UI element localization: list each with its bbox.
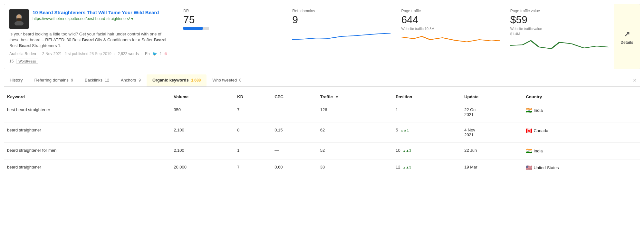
country-flag: 🇮🇳 <box>526 148 532 154</box>
details-button[interactable]: ↗ Details <box>614 4 640 69</box>
volume-cell: 2,100 <box>170 122 234 142</box>
article-section: 10 Beard Straighteners That Will Tame Yo… <box>4 4 178 69</box>
pinterest-icon: ⊕ <box>164 52 168 56</box>
keywords-table-container: Keyword Volume KD CPC Traffic ▼ Position… <box>4 92 640 176</box>
col-keyword: Keyword <box>4 92 170 102</box>
country-flag: 🇮🇳 <box>526 107 532 113</box>
country-name: India <box>533 149 543 153</box>
traffic-cell: 38 <box>317 159 392 176</box>
separator1: · <box>39 52 40 56</box>
position-change: ▲3 <box>403 165 411 169</box>
position-change: ▲3 <box>403 149 411 152</box>
dr-value: 75 <box>183 14 282 25</box>
tab-backlinks-count: 12 <box>105 78 109 82</box>
table-header: Keyword Volume KD CPC Traffic ▼ Position… <box>4 92 640 102</box>
country-cell: 🇮🇳India <box>523 102 640 119</box>
kd-cell: 8 <box>234 122 271 142</box>
twitter-count: 1 <box>160 52 162 56</box>
update-cell: 22 Oct 2021 <box>461 102 523 122</box>
cpc-cell: 0.15 <box>271 122 317 142</box>
table-body: best beard straightener3507—126122 Oct 2… <box>4 102 640 176</box>
separator3: · <box>141 52 142 56</box>
svg-point-1 <box>14 21 24 25</box>
article-card: 10 Beard Straighteners That Will Tame Yo… <box>4 4 640 69</box>
kd-cell: 7 <box>234 159 271 176</box>
tab-anchors[interactable]: Anchors 9 <box>115 74 147 86</box>
tab-tweeted-label: Who tweeted <box>212 78 237 82</box>
tab-anchors-label: Anchors <box>121 78 136 82</box>
article-thumbnail <box>9 9 29 29</box>
tab-backlinks-label: Backlinks <box>85 78 102 82</box>
keyword-cell: beard straightener for men <box>4 142 170 159</box>
table-row: beard straightener20,00070.603812 ▲319 M… <box>4 159 640 176</box>
close-button[interactable]: × <box>629 74 640 86</box>
page-traffic-chart <box>401 31 500 47</box>
country-name: Canada <box>533 128 548 133</box>
ref-domains-chart <box>292 27 390 43</box>
article-description: Is your beard looking a little too wild?… <box>9 31 173 49</box>
keyword-cell: beard straightener <box>4 159 170 176</box>
svg-rect-4 <box>17 19 21 21</box>
traffic-cell: 52 <box>317 142 392 159</box>
cpc-cell: — <box>271 102 317 122</box>
article-header: 10 Beard Straighteners That Will Tame Yo… <box>9 9 173 29</box>
page-traffic-value-metric: Page traffic value $59 Website traffic v… <box>505 4 614 69</box>
tab-backlinks[interactable]: Backlinks 12 <box>79 74 115 86</box>
tab-history[interactable]: History <box>4 74 28 86</box>
tab-organic-label: Organic keywords <box>152 78 189 82</box>
tab-history-label: History <box>10 78 23 82</box>
volume-cell: 2,100 <box>170 142 234 159</box>
position-cell: 10 ▲3 <box>392 142 461 159</box>
ref-domains-value: 9 <box>292 14 390 25</box>
page-traffic-value-chart <box>510 36 609 52</box>
col-position: Position <box>392 92 461 102</box>
traffic-sort-icon: ▼ <box>335 94 339 99</box>
article-meta: Arabella Roden · 2 Nov 2021 first publis… <box>9 52 173 64</box>
col-update: Update <box>461 92 523 102</box>
country-name: United States <box>533 165 559 170</box>
tab-anchors-count: 9 <box>139 78 141 82</box>
volume-cell: 350 <box>170 102 234 122</box>
country-flag: 🇺🇸 <box>526 165 532 171</box>
cpc-cell: 0.60 <box>271 159 317 176</box>
ref-domains-metric: Ref. domains 9 <box>287 4 396 69</box>
table-row: beard straightener for men2,1001—5210 ▲3… <box>4 142 640 159</box>
page-traffic-value: 644 <box>401 14 500 25</box>
separator2: · <box>114 52 115 56</box>
country-cell: 🇨🇦Canada <box>523 122 640 139</box>
article-url[interactable]: https://www.thetrendspotter.net/best-bea… <box>33 16 173 21</box>
tabs-bar: History Referring domains 9 Backlinks 12… <box>4 73 640 87</box>
page-traffic-sub: Website traffic 10.8M <box>401 27 500 31</box>
update-cell: 19 Mar <box>461 159 523 176</box>
details-label: Details <box>620 40 633 45</box>
platform-badge: WordPress <box>16 59 38 64</box>
page-traffic-metric: Page traffic 644 Website traffic 10.8M <box>396 4 505 69</box>
position-change: ▲1 <box>400 128 409 132</box>
url-text: https://www.thetrendspotter.net/best-bea… <box>33 16 130 21</box>
page-traffic-value-label: Page traffic value <box>510 9 609 13</box>
page-traffic-value-sub1: Website traffic value <box>510 27 609 31</box>
dropdown-icon[interactable]: ▾ <box>131 16 133 21</box>
first-pub: first published 28 Sep 2019 <box>64 52 111 56</box>
col-cpc: CPC <box>271 92 317 102</box>
author: Arabella Roden <box>9 52 36 56</box>
position-cell: 1 <box>392 102 461 122</box>
page-traffic-value-sub2: $1.4M <box>510 32 609 36</box>
tab-referring[interactable]: Referring domains 9 <box>28 74 79 86</box>
update-cell: 4 Nov 2021 <box>461 122 523 142</box>
lang: En <box>145 52 150 56</box>
volume-cell: 20,000 <box>170 159 234 176</box>
traffic-cell: 126 <box>317 102 392 122</box>
tab-tweeted[interactable]: Who tweeted 0 <box>207 74 247 86</box>
country-cell: 🇺🇸United States <box>523 159 640 176</box>
country-name: India <box>533 108 543 113</box>
trending-icon: ↗ <box>624 30 630 38</box>
tab-organic-count: 1,688 <box>191 78 201 82</box>
tab-organic[interactable]: Organic keywords 1,688 <box>147 74 207 86</box>
update-cell: 22 Jun <box>461 142 523 159</box>
article-title[interactable]: 10 Beard Straighteners That Will Tame Yo… <box>33 9 173 16</box>
position-cell: 5 ▲1 <box>392 122 461 142</box>
col-traffic[interactable]: Traffic ▼ <box>317 92 392 102</box>
kd-cell: 1 <box>234 142 271 159</box>
twitter-icon: 🐦 <box>152 52 157 56</box>
